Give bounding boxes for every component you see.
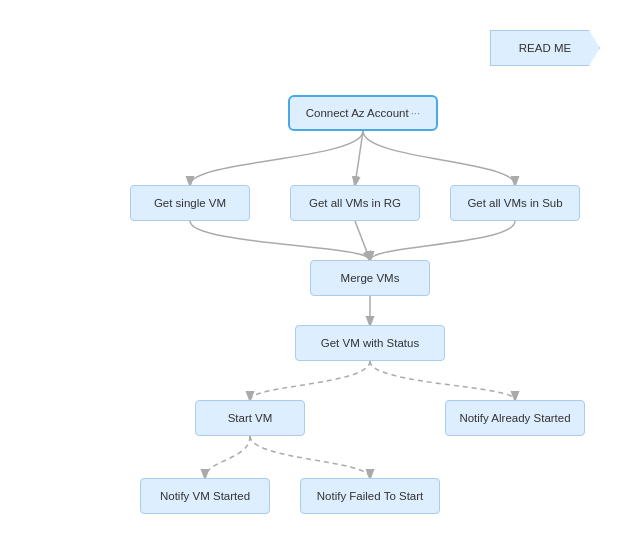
notify-vm-started-node: Notify VM Started xyxy=(140,478,270,514)
get-all-vms-rg-node: Get all VMs in RG xyxy=(290,185,420,221)
get-all-vms-sub-node: Get all VMs in Sub xyxy=(450,185,580,221)
diagram-canvas: READ ME Connect Az Account ··· Get singl… xyxy=(0,0,636,549)
connect-az-account-node: Connect Az Account ··· xyxy=(288,95,438,131)
notify-already-started-node: Notify Already Started xyxy=(445,400,585,436)
notify-failed-to-start-node: Notify Failed To Start xyxy=(300,478,440,514)
merge-vms-node: Merge VMs xyxy=(310,260,430,296)
readme-node: READ ME xyxy=(490,30,600,66)
svg-line-0 xyxy=(355,131,363,185)
start-vm-node: Start VM xyxy=(195,400,305,436)
svg-line-1 xyxy=(355,221,370,260)
get-single-vm-node: Get single VM xyxy=(130,185,250,221)
get-vm-status-node: Get VM with Status xyxy=(295,325,445,361)
